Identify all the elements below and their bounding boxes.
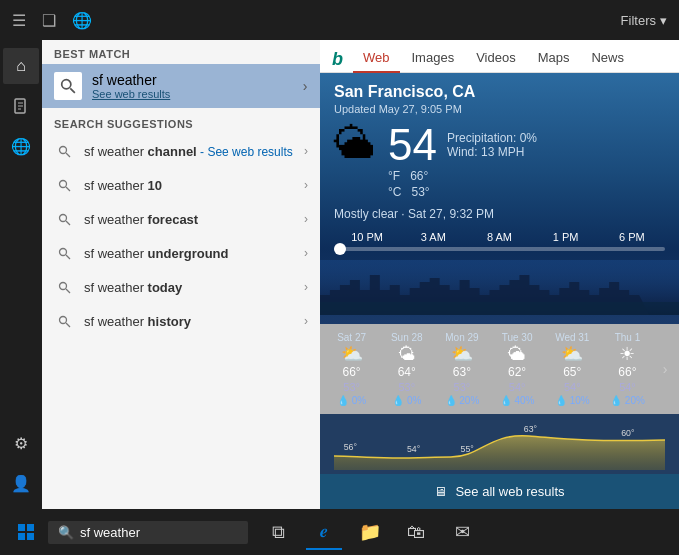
suggestion-text-history: sf weather history bbox=[84, 314, 304, 329]
monitor-icon: 🖥 bbox=[434, 484, 447, 499]
chevron-down-icon: ▾ bbox=[660, 13, 667, 28]
suggestion-item-10[interactable]: sf weather 10 › bbox=[42, 168, 320, 202]
top-bar: ☰ ❑ 🌐 Filters ▾ bbox=[0, 0, 679, 40]
suggestion-arrow-6: › bbox=[304, 314, 308, 328]
hour-10pm: 10 PM bbox=[334, 231, 400, 243]
weather-c-labels: °C 53° bbox=[388, 185, 437, 199]
svg-point-16 bbox=[59, 316, 66, 323]
filters-label: Filters bbox=[621, 13, 656, 28]
suggestion-text-channel: sf weather channel - See web results bbox=[84, 144, 304, 159]
best-match-sub[interactable]: See web results bbox=[92, 88, 308, 100]
weather-content: San Francisco, CA Updated May 27, 9:05 P… bbox=[320, 73, 679, 324]
suggestion-text-10: sf weather 10 bbox=[84, 178, 304, 193]
see-all-button[interactable]: 🖥 See all web results bbox=[320, 474, 679, 509]
weather-condition-icon: 🌥 bbox=[334, 123, 376, 165]
suggestion-search-icon-4 bbox=[54, 243, 74, 263]
weather-city: San Francisco, CA bbox=[320, 73, 679, 103]
sidebar-globe-icon[interactable]: 🌐 bbox=[3, 128, 39, 164]
svg-rect-28 bbox=[18, 533, 25, 540]
skyline-image bbox=[320, 255, 679, 315]
svg-line-9 bbox=[66, 187, 70, 191]
day-mon29: Mon 29 ⛅ 63° 53° 💧 20% bbox=[434, 330, 489, 408]
weather-description: Mostly clear · Sat 27, 9:32 PM bbox=[320, 207, 679, 227]
suggestions-label: Search suggestions bbox=[42, 108, 320, 134]
forecast-next-icon[interactable]: › bbox=[655, 330, 675, 408]
tab-videos[interactable]: Videos bbox=[466, 46, 526, 73]
filters-button[interactable]: Filters ▾ bbox=[621, 13, 667, 28]
hour-3am: 3 AM bbox=[400, 231, 466, 243]
svg-point-8 bbox=[59, 180, 66, 187]
svg-text:55°: 55° bbox=[461, 444, 475, 454]
day-wed31: Wed 31 ⛅ 65° 54° 💧 10% bbox=[545, 330, 600, 408]
sidebar-home-icon[interactable]: ⌂ bbox=[3, 48, 39, 84]
day-thu1: Thu 1 ☀ 66° 54° 💧 20% bbox=[600, 330, 655, 408]
best-match-arrow-icon[interactable]: › bbox=[290, 64, 320, 108]
suggestion-search-icon-1 bbox=[54, 141, 74, 161]
svg-point-4 bbox=[62, 80, 71, 89]
see-all-label: See all web results bbox=[455, 484, 564, 499]
store-icon[interactable]: 🛍 bbox=[398, 514, 434, 550]
suggestion-text-forecast: sf weather forecast bbox=[84, 212, 304, 227]
sidebar-document-icon[interactable] bbox=[3, 88, 39, 124]
svg-point-6 bbox=[59, 146, 66, 153]
suggestion-arrow-3: › bbox=[304, 212, 308, 226]
timeline-track[interactable] bbox=[334, 247, 665, 251]
suggestion-text-underground: sf weather underground bbox=[84, 246, 304, 261]
suggestion-item-forecast[interactable]: sf weather forecast › bbox=[42, 202, 320, 236]
svg-rect-20 bbox=[320, 302, 679, 315]
svg-line-11 bbox=[66, 221, 70, 225]
weather-main: 🌥 54 °F 66° °C 53° Precipitation: 0% Win… bbox=[320, 123, 679, 207]
hour-6pm: 6 PM bbox=[599, 231, 665, 243]
weather-details: Precipitation: 0% Wind: 13 MPH bbox=[447, 123, 537, 159]
task-view-icon[interactable]: ⧉ bbox=[260, 514, 296, 550]
suggestion-item-channel[interactable]: sf weather channel - See web results › bbox=[42, 134, 320, 168]
suggestion-arrow-5: › bbox=[304, 280, 308, 294]
taskbar-icons: ⧉ 𝒆 📁 🛍 ✉ bbox=[260, 514, 480, 550]
sidebar-person-icon[interactable]: 👤 bbox=[3, 465, 39, 501]
svg-line-13 bbox=[66, 255, 70, 259]
hour-8am: 8 AM bbox=[466, 231, 532, 243]
best-match-title: sf weather bbox=[92, 72, 308, 88]
svg-text:54°: 54° bbox=[407, 444, 421, 454]
document-tab-icon[interactable]: ❑ bbox=[42, 11, 56, 30]
tab-web[interactable]: Web bbox=[353, 46, 400, 73]
hamburger-icon[interactable]: ☰ bbox=[12, 11, 26, 30]
suggestion-item-history[interactable]: sf weather history › bbox=[42, 304, 320, 338]
weather-panel: b Web Images Videos Maps News San Franci… bbox=[320, 40, 679, 509]
f-label: °F 66° bbox=[388, 169, 428, 183]
edge-icon[interactable]: 𝒆 bbox=[306, 514, 342, 550]
svg-line-17 bbox=[66, 323, 70, 327]
suggestion-text-today: sf weather today bbox=[84, 280, 304, 295]
svg-text:60°: 60° bbox=[621, 428, 635, 438]
c-label: °C 53° bbox=[388, 185, 430, 199]
taskbar-search-box[interactable]: 🔍 sf weather bbox=[48, 521, 248, 544]
weather-temperature: 54 bbox=[388, 123, 437, 167]
precipitation-label: Precipitation: 0% bbox=[447, 131, 537, 145]
suggestion-arrow-2: › bbox=[304, 178, 308, 192]
best-match-item[interactable]: sf weather See web results › bbox=[42, 64, 320, 108]
sidebar-settings-icon[interactable]: ⚙ bbox=[3, 425, 39, 461]
svg-text:63°: 63° bbox=[524, 424, 538, 434]
svg-rect-29 bbox=[27, 533, 34, 540]
svg-point-14 bbox=[59, 282, 66, 289]
day-sun28: Sun 28 🌤 64° 53° 💧 0% bbox=[379, 330, 434, 408]
mail-icon[interactable]: ✉ bbox=[444, 514, 480, 550]
svg-point-10 bbox=[59, 214, 66, 221]
svg-line-15 bbox=[66, 289, 70, 293]
best-match-search-icon bbox=[54, 72, 82, 100]
svg-line-7 bbox=[66, 153, 70, 157]
hourly-bar: 10 PM 3 AM 8 AM 1 PM 6 PM bbox=[320, 227, 679, 243]
tab-maps[interactable]: Maps bbox=[528, 46, 580, 73]
start-button[interactable] bbox=[8, 514, 44, 550]
suggestion-item-today[interactable]: sf weather today › bbox=[42, 270, 320, 304]
suggestion-item-underground[interactable]: sf weather underground › bbox=[42, 236, 320, 270]
suggestion-search-icon-5 bbox=[54, 277, 74, 297]
tab-news[interactable]: News bbox=[581, 46, 634, 73]
timeline-thumb[interactable] bbox=[334, 243, 346, 255]
daily-forecast-row: Sat 27 ⛅ 66° 53° 💧 0% Sun 28 🌤 64° 53° 💧… bbox=[320, 324, 679, 414]
tab-images[interactable]: Images bbox=[402, 46, 465, 73]
svg-rect-26 bbox=[18, 524, 25, 531]
globe-tab-icon[interactable]: 🌐 bbox=[72, 11, 92, 30]
file-explorer-icon[interactable]: 📁 bbox=[352, 514, 388, 550]
suggestion-search-icon-6 bbox=[54, 311, 74, 331]
